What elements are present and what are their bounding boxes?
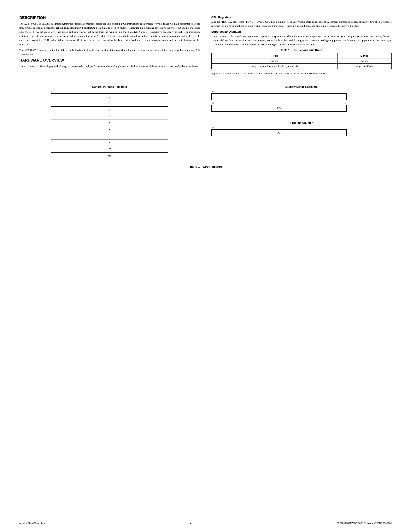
description-para2: The ACT 7000SC is ideally suited for hig… (19, 48, 200, 56)
gpr-bit-low: 0 (167, 90, 168, 93)
footer-doc-info: SCD7000SC REV B 7/30/01 Plainview NY (51… (336, 522, 392, 524)
gpr-row-r31: r31 (51, 153, 168, 159)
lo-bit-low: 0 (345, 101, 346, 104)
lo-bit-header: 63 0 (211, 101, 346, 104)
gpr-row-0: 0 (51, 94, 168, 100)
hi-bit-low: 0 (345, 90, 346, 93)
pc-bit-high: 63 (212, 126, 214, 129)
pc-bit-header: 63 0 (211, 126, 346, 129)
right-diagrams: Multiply/Divide Registers 63 0 HI 63 0 L… (211, 85, 392, 159)
gpr-row-dot1: • (51, 113, 168, 120)
spacer (211, 112, 392, 121)
multiply-divide-diagram: Multiply/Divide Registers 63 0 HI 63 0 L… (211, 85, 392, 112)
left-column: DESCRIPTION The ACT 7000SC is a highly i… (19, 16, 200, 77)
hi-register: HI (211, 94, 346, 100)
gpr-label: General Purpose Registers (19, 85, 200, 88)
gpr-bit-high: 63 (51, 90, 53, 93)
table-row2-col2: integer, load/store (337, 63, 392, 69)
program-counter-diagram: Program Counter 63 0 PC (211, 121, 392, 136)
memory-italic: memory (380, 39, 388, 42)
gpr-row-r1: r1 (51, 100, 168, 107)
footer-page-number: 2 (190, 521, 191, 524)
gpr-row-r30: r30 (51, 146, 168, 153)
gpr-row-r29: r29 (51, 140, 168, 146)
lo-register: LO (211, 105, 346, 112)
cpu-registers-title: CPU Registers (211, 16, 392, 19)
figure-caption: Figure 1 – CP0 Registers (19, 165, 392, 168)
gpr-row-r2: r2 (51, 107, 168, 113)
gpr-container: 63 0 0 r1 r2 • • • • r29 r30 r31 (51, 90, 168, 159)
page: DESCRIPTION The ACT 7000SC is a highly i… (0, 0, 411, 532)
superscalar-dispatch-para1: The ACT 7000SC has an efficient symmetri… (211, 34, 392, 47)
table-caption-text: Figure 2 is a simplification of the pipe… (211, 72, 392, 76)
pc-label: Program Counter (211, 121, 392, 124)
pc-register: PC (211, 129, 346, 136)
lo-label: LO (277, 107, 281, 110)
instruction-issue-table: F Pipe M Pipe one of: one of: integer, b… (211, 53, 392, 69)
table-row1-col2: one of: (337, 58, 392, 63)
description-title: DESCRIPTION (19, 16, 200, 20)
table-row1-col1: one of: (211, 58, 337, 63)
md-label: Multiply/Divide Registers (211, 85, 392, 88)
footer: Aeroflex Circuit Technology 2 SCD7000SC … (19, 521, 392, 524)
hardware-overview-para1: The ACT 7000SC offers a high-level of in… (19, 64, 200, 68)
superscalar-dispatch-title: Superscalar Dispatch (211, 30, 392, 33)
pc-container: 63 0 PC (211, 126, 346, 136)
gpr-bit-header: 63 0 (51, 90, 168, 93)
footer-company: Aeroflex Circuit Technology (19, 521, 45, 524)
description-para1: The ACT 7000SC is a highly integrated sy… (19, 22, 200, 46)
superscalar-text-mid: , or F, pipeline and the (355, 39, 380, 42)
hardware-overview-title: HARDWARE OVERVIEW (19, 58, 200, 63)
gpr-diagram: General Purpose Registers 63 0 0 r1 r2 •… (19, 85, 200, 159)
md-container: 63 0 HI 63 0 LO (211, 90, 346, 112)
pc-register-label: PC (277, 131, 281, 134)
table-col1-header: F Pipe (211, 53, 337, 58)
function-italic: function (347, 39, 355, 42)
right-column: CPU Registers Like all MIPS ISA processo… (211, 16, 392, 77)
gpr-row-dot3: • (51, 126, 168, 133)
hi-label: HI (278, 95, 280, 98)
gpr-row-dot4: • (51, 133, 168, 140)
hi-bit-header: 63 0 (211, 90, 346, 93)
table-title: Table 1 – Instruction Issue Rules (211, 48, 392, 52)
hi-bit-high: 63 (212, 90, 214, 93)
table-col2-header: M Pipe (337, 53, 392, 58)
lo-bit-high: 63 (212, 101, 214, 104)
gpr-row-dot2: • (51, 120, 168, 126)
cpu-registers-para1: Like all MIPS ISA processors, the ACT 70… (211, 20, 392, 28)
table-row2-col1: integer, branch, floating-point, integer… (211, 63, 337, 69)
main-content: DESCRIPTION The ACT 7000SC is a highly i… (19, 16, 392, 77)
pc-bit-low: 0 (345, 126, 346, 129)
gpr-rows: 0 r1 r2 • • • • r29 r30 r31 (51, 94, 168, 159)
diagrams-section: General Purpose Registers 63 0 0 r1 r2 •… (19, 85, 392, 159)
